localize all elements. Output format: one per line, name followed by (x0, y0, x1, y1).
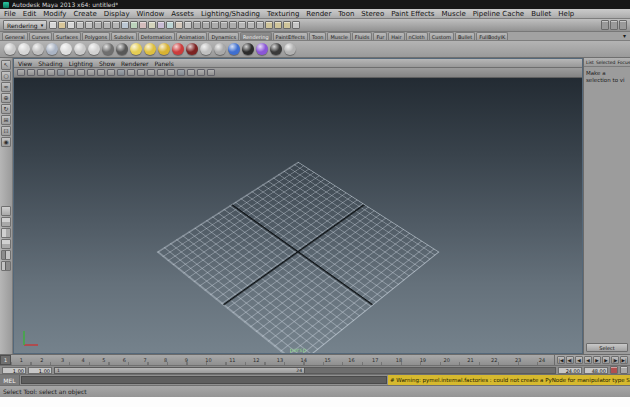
mask-deformations-icon[interactable] (157, 21, 165, 29)
select-object-icon[interactable] (103, 21, 111, 29)
image-plane-icon[interactable] (57, 69, 65, 76)
shelf-menu-icon[interactable]: ▾ (621, 32, 628, 40)
play-forwards-button[interactable]: ▶ (593, 356, 601, 364)
camera-attributes-icon[interactable] (37, 69, 45, 76)
range-slider-handle[interactable]: 1 24 (55, 368, 305, 373)
shelf-tab[interactable]: Muscle (327, 32, 350, 40)
shelf-ambient-light[interactable] (130, 43, 142, 55)
shelf-ramp-shader[interactable] (88, 43, 100, 55)
mask-curves-icon[interactable] (139, 21, 147, 29)
toggle-channel-box-button[interactable] (619, 20, 627, 30)
attribute-menu-item[interactable]: List (586, 60, 594, 65)
mask-dynamics-icon[interactable] (166, 21, 174, 29)
wireframe-icon[interactable] (67, 69, 75, 76)
layout-two-pane-side-icon[interactable] (1, 228, 11, 238)
shelf-ocean-shader[interactable] (46, 43, 58, 55)
shelf-volume-light[interactable] (200, 43, 212, 55)
time-slider[interactable]: 1 12345678910111213141516171819202122232… (0, 354, 630, 365)
shelf-tab[interactable]: FullBodyIK (476, 32, 508, 40)
scale-tool-icon[interactable]: ⊞ (1, 115, 11, 125)
menu-item[interactable]: Toon (338, 10, 354, 18)
shelf-render-view[interactable] (270, 43, 282, 55)
menu-item[interactable]: Display (104, 10, 130, 18)
step-back-frame-button[interactable]: ◀ (575, 356, 583, 364)
shelf-tab[interactable]: Hair (388, 32, 404, 40)
playback-end-field[interactable]: 24.00 (558, 367, 582, 374)
select-hierarchy-icon[interactable] (94, 21, 102, 29)
input-connections-icon[interactable] (238, 21, 246, 29)
bookmarks-icon[interactable] (47, 69, 55, 76)
step-forward-key-button[interactable]: |▶ (611, 356, 619, 364)
menu-set-dropdown[interactable]: Rendering ▾ (3, 20, 47, 30)
soft-modification-icon[interactable]: ◉ (1, 137, 11, 147)
auto-keyframe-button[interactable] (610, 366, 618, 374)
redo-icon[interactable] (85, 21, 93, 29)
snap-view-plane-icon[interactable] (220, 21, 228, 29)
shelf-tab[interactable]: Deformation (138, 32, 175, 40)
shelf-tab[interactable]: Animation (176, 32, 208, 40)
safe-display-icon[interactable] (197, 69, 205, 76)
command-language-toggle[interactable]: MEL (0, 375, 20, 385)
open-render-view-icon[interactable] (265, 21, 273, 29)
move-tool-icon[interactable]: ⊕ (1, 93, 11, 103)
frame-numbers[interactable]: 123456789101112131415161718192021222324 (11, 355, 555, 365)
shelf-tab[interactable]: General (2, 32, 28, 40)
shelf-tab[interactable]: Rendering (240, 32, 272, 40)
mask-surfaces-icon[interactable] (148, 21, 156, 29)
menu-item[interactable]: Help (558, 10, 574, 18)
go-to-start-button[interactable]: |◀ (557, 356, 565, 364)
multisampling-icon[interactable] (137, 69, 145, 76)
snap-grid-icon[interactable] (193, 21, 201, 29)
scene-new-icon[interactable] (49, 21, 57, 29)
menu-item[interactable]: Create (73, 10, 96, 18)
shelf-blinn[interactable] (18, 43, 30, 55)
render-settings-icon[interactable] (292, 21, 300, 29)
motion-blur-icon[interactable] (127, 69, 135, 76)
shelf-phong[interactable] (60, 43, 72, 55)
shelf-anisotropic[interactable] (4, 43, 16, 55)
attribute-menu-item[interactable]: Selected (596, 60, 616, 65)
go-to-end-button[interactable]: ▶| (620, 356, 628, 364)
resolution-gate-icon[interactable] (167, 69, 175, 76)
field-chart-icon[interactable] (157, 69, 165, 76)
universal-manipulator-icon[interactable]: ⊡ (1, 126, 11, 136)
textured-icon[interactable] (87, 69, 95, 76)
select-button[interactable]: Select (586, 343, 628, 352)
shelf-camera[interactable] (214, 43, 226, 55)
shelf-directional-light[interactable] (158, 43, 170, 55)
menu-item[interactable]: Modify (43, 10, 66, 18)
scene-open-icon[interactable] (58, 21, 66, 29)
shadows-icon[interactable] (107, 69, 115, 76)
undo-icon[interactable] (76, 21, 84, 29)
range-slider-track[interactable]: 1 24 (54, 367, 556, 374)
gate-mask-icon[interactable] (187, 69, 195, 76)
isolate-select-icon[interactable] (147, 69, 155, 76)
menu-item[interactable]: Muscle (442, 10, 466, 18)
shelf-use-background[interactable] (116, 43, 128, 55)
step-forward-frame-button[interactable]: ▶ (602, 356, 610, 364)
menu-item[interactable]: Stereo (361, 10, 384, 18)
shelf-tab[interactable]: Fluids (352, 32, 373, 40)
step-back-key-button[interactable]: ◀| (566, 356, 574, 364)
shelf-tab[interactable]: Fur (373, 32, 387, 40)
snap-curve-icon[interactable] (202, 21, 210, 29)
menu-item[interactable]: Paint Effects (391, 10, 434, 18)
scene-save-icon[interactable] (67, 21, 75, 29)
mask-rendering-icon[interactable] (175, 21, 183, 29)
menu-item[interactable]: Assets (171, 10, 194, 18)
shelf-tab[interactable]: nCloth (406, 32, 428, 40)
animation-preferences-button[interactable] (620, 366, 628, 374)
rotate-tool-icon[interactable]: ↻ (1, 104, 11, 114)
use-all-lights-icon[interactable] (97, 69, 105, 76)
lock-camera-icon[interactable] (27, 69, 35, 76)
command-input[interactable] (21, 376, 387, 384)
smooth-shade-icon[interactable] (77, 69, 85, 76)
shelf-tab[interactable]: Custom (429, 32, 454, 40)
lasso-tool-icon[interactable]: ○ (1, 71, 11, 81)
shelf-tab[interactable]: Toon (309, 32, 327, 40)
title-bar[interactable]: Autodesk Maya 2013 x64: untitled* (0, 0, 630, 9)
toggle-tool-settings-button[interactable] (610, 20, 618, 30)
layout-four-pane-icon[interactable] (1, 239, 11, 249)
animation-end-field[interactable]: 48.00 (584, 367, 608, 374)
shelf-checker-texture[interactable] (228, 43, 240, 55)
